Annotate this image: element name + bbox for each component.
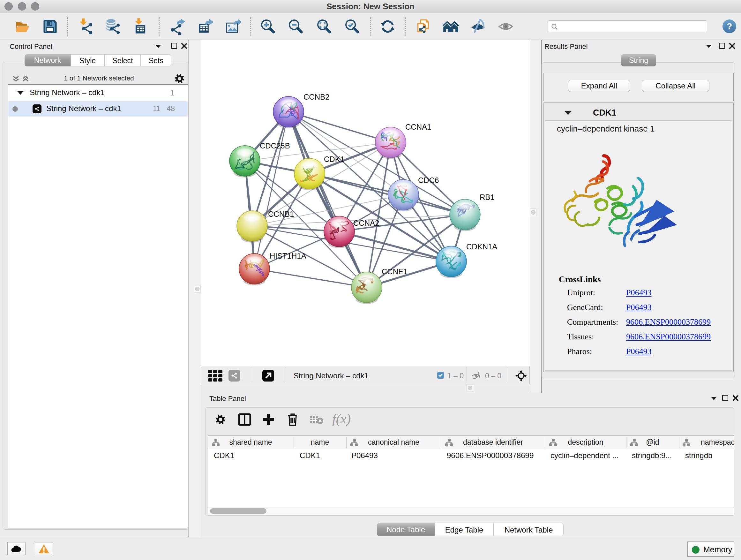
- svg-text:CDC25B: CDC25B: [260, 141, 290, 150]
- svg-text:HIST1H1A: HIST1H1A: [270, 252, 307, 260]
- svg-text:CCNB1: CCNB1: [268, 210, 294, 219]
- svg-text:RB1: RB1: [480, 193, 495, 201]
- svg-text:CCNA2: CCNA2: [353, 219, 379, 227]
- svg-text:CDC6: CDC6: [418, 176, 439, 185]
- svg-text:CCNE1: CCNE1: [382, 267, 408, 276]
- svg-text:CDK1: CDK1: [324, 155, 344, 164]
- svg-text:?: ?: [727, 21, 732, 31]
- svg-text:CCNB2: CCNB2: [304, 92, 329, 101]
- svg-text:CDKN1A: CDKN1A: [466, 242, 497, 251]
- svg-text:CCNA1: CCNA1: [405, 123, 431, 131]
